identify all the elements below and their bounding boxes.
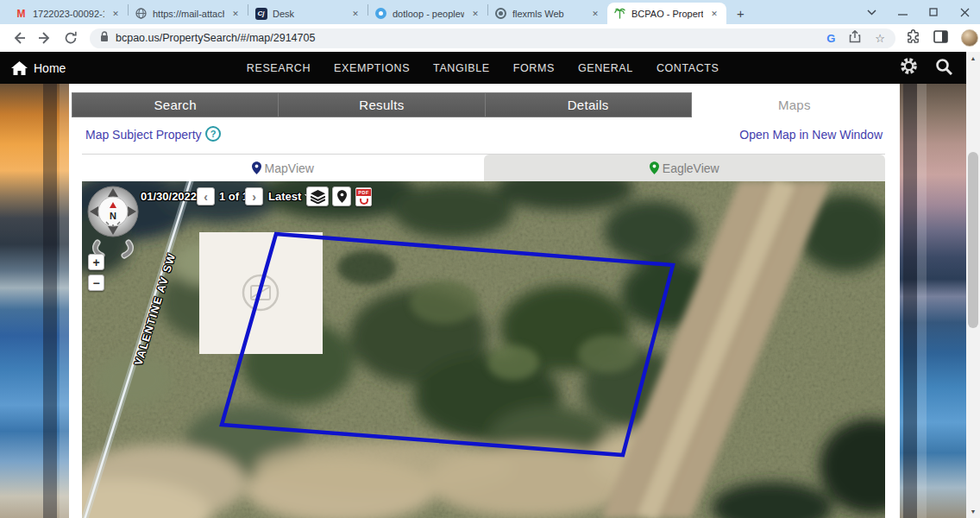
drop-pin-button[interactable] xyxy=(332,186,351,206)
dotloop-icon xyxy=(375,8,386,19)
background-shade xyxy=(903,84,917,518)
browser-tab-bar: M 1722023-00092-1388 ✕ https://mail-atta… xyxy=(0,0,980,24)
home-link[interactable]: Home xyxy=(11,61,66,75)
scroll-up-icon[interactable]: ▲ xyxy=(966,52,980,65)
close-icon[interactable]: ✕ xyxy=(708,9,720,18)
side-panel-icon[interactable] xyxy=(933,30,948,47)
layers-icon xyxy=(311,190,325,204)
pdf-icon: PDF xyxy=(355,187,372,206)
next-imagery-button[interactable]: › xyxy=(245,187,263,205)
layers-button[interactable] xyxy=(306,186,329,206)
extensions-puzzle-icon[interactable] xyxy=(906,29,920,47)
new-tab-button[interactable]: + xyxy=(730,3,751,24)
profile-avatar[interactable] xyxy=(961,29,978,47)
tab-eagleview[interactable]: EagleView xyxy=(484,155,886,181)
close-icon[interactable]: ✕ xyxy=(349,9,361,18)
prev-imagery-button[interactable]: ‹ xyxy=(197,187,215,205)
browser-tab-flexmls[interactable]: flexmls Web ✕ xyxy=(488,3,607,24)
share-icon[interactable] xyxy=(849,30,861,47)
bcpao-palm-icon xyxy=(613,7,626,20)
address-bar: bcpao.us/PropertySearch/#/map/2914705 G … xyxy=(0,24,980,52)
reload-icon[interactable] xyxy=(60,28,81,48)
globe-icon xyxy=(135,7,148,20)
close-icon[interactable]: ✕ xyxy=(469,9,481,18)
browser-tab-desk[interactable]: Cj Desk ✕ xyxy=(248,3,368,24)
browser-tab-mail-attachment[interactable]: https://mail-attachme ✕ xyxy=(129,3,248,24)
imagery-date-label: 01/30/2022 xyxy=(141,190,197,203)
map-view-tabs: MapView EagleView xyxy=(82,155,885,181)
eagleview-label: EagleView xyxy=(663,161,719,175)
open-map-new-window-link[interactable]: Open Map in New Window xyxy=(739,128,883,142)
scroll-down-icon[interactable]: ▼ xyxy=(966,505,980,518)
help-question-icon[interactable]: ? xyxy=(205,126,221,142)
google-icon[interactable]: G xyxy=(826,32,835,45)
close-window-icon[interactable] xyxy=(949,0,980,24)
pin-icon xyxy=(337,190,347,203)
background-shade xyxy=(43,84,57,518)
browser-tab-gmail[interactable]: M 1722023-00092-1388 ✕ xyxy=(9,3,128,24)
gmail-icon: M xyxy=(15,7,28,20)
close-icon[interactable]: ✕ xyxy=(589,9,601,18)
page-tabs: Search Results Details Maps xyxy=(72,92,897,117)
maximize-icon[interactable] xyxy=(918,0,949,24)
window-controls xyxy=(856,0,980,24)
home-label: Home xyxy=(34,61,66,75)
search-icon[interactable] xyxy=(935,58,952,79)
nav-item-tangible[interactable]: TANGIBLE xyxy=(433,62,490,74)
desk-icon: Cj xyxy=(255,8,267,20)
bookmark-star-icon[interactable]: ☆ xyxy=(875,32,885,45)
url-text: bcpao.us/PropertySearch/#/map/2914705 xyxy=(116,32,315,44)
tab-maps-active[interactable]: Maps xyxy=(692,92,897,117)
map-pin-icon xyxy=(252,161,261,174)
background-shade xyxy=(60,84,69,518)
home-icon xyxy=(11,61,28,75)
bcpao-content-panel: Search Results Details Maps Map Subject … xyxy=(69,84,900,518)
browser-tab-dotloop[interactable]: dotloop - peoplework ✕ xyxy=(368,3,487,24)
tab-search[interactable]: Search xyxy=(72,92,279,117)
close-icon[interactable]: ✕ xyxy=(229,9,242,18)
site-nav-bar: Home RESEARCH EXEMPTIONS TANGIBLE FORMS … xyxy=(0,52,966,84)
nav-item-research[interactable]: RESEARCH xyxy=(247,62,311,74)
tab-details[interactable]: Details xyxy=(486,92,692,117)
zoom-out-button[interactable]: − xyxy=(88,275,104,291)
page-background-beach-right xyxy=(900,84,966,518)
browser-tab-bcpao-active[interactable]: BCPAO - Property Sea ✕ xyxy=(607,3,726,24)
tab-results[interactable]: Results xyxy=(279,92,485,117)
gear-icon[interactable] xyxy=(900,57,918,79)
tab-title: dotloop - peoplework xyxy=(393,9,464,19)
nav-item-forms[interactable]: FORMS xyxy=(513,62,555,74)
forward-icon[interactable] xyxy=(35,28,55,48)
tab-title: Desk xyxy=(273,9,344,19)
aerial-imagery xyxy=(82,181,885,518)
scrollbar-thumb[interactable] xyxy=(968,152,978,328)
nav-item-contacts[interactable]: CONTACTS xyxy=(656,62,719,74)
aerial-map-canvas[interactable]: VALENTINE AV SW N + − xyxy=(82,181,885,518)
site-nav-menu: RESEARCH EXEMPTIONS TANGIBLE FORMS GENER… xyxy=(247,62,719,74)
close-icon[interactable]: ✕ xyxy=(110,9,122,18)
background-shade xyxy=(917,84,927,518)
compass-control[interactable]: N xyxy=(85,184,141,262)
zoom-in-button[interactable]: + xyxy=(88,254,104,270)
map-subject-property-link[interactable]: Map Subject Property xyxy=(85,128,202,142)
latest-imagery-dropdown[interactable]: Latest xyxy=(268,190,311,203)
compass-north-label: N xyxy=(110,211,116,221)
page-scrollbar[interactable]: ▲ ▼ xyxy=(966,52,980,518)
tab-search-chevron-icon[interactable] xyxy=(856,0,887,24)
nav-item-general[interactable]: GENERAL xyxy=(578,62,633,74)
mapview-label: MapView xyxy=(265,161,314,175)
url-field[interactable]: bcpao.us/PropertySearch/#/map/2914705 G … xyxy=(90,28,895,48)
lock-icon xyxy=(100,30,109,46)
minimize-icon[interactable] xyxy=(887,0,918,24)
export-pdf-button[interactable]: PDF xyxy=(355,186,373,206)
tab-mapview-active[interactable]: MapView xyxy=(82,155,484,181)
flexmls-icon xyxy=(495,8,506,19)
tab-title: flexmls Web xyxy=(512,9,584,19)
back-icon[interactable] xyxy=(9,28,29,48)
tab-title: BCPAO - Property Sea xyxy=(631,9,703,19)
tab-title: 1722023-00092-1388 xyxy=(33,9,104,19)
nav-item-exemptions[interactable]: EXEMPTIONS xyxy=(334,62,410,74)
latest-label: Latest xyxy=(268,190,301,203)
tab-title: https://mail-attachme xyxy=(153,9,224,19)
eagle-pin-icon xyxy=(650,161,659,174)
page-background-beach-left xyxy=(0,84,69,518)
